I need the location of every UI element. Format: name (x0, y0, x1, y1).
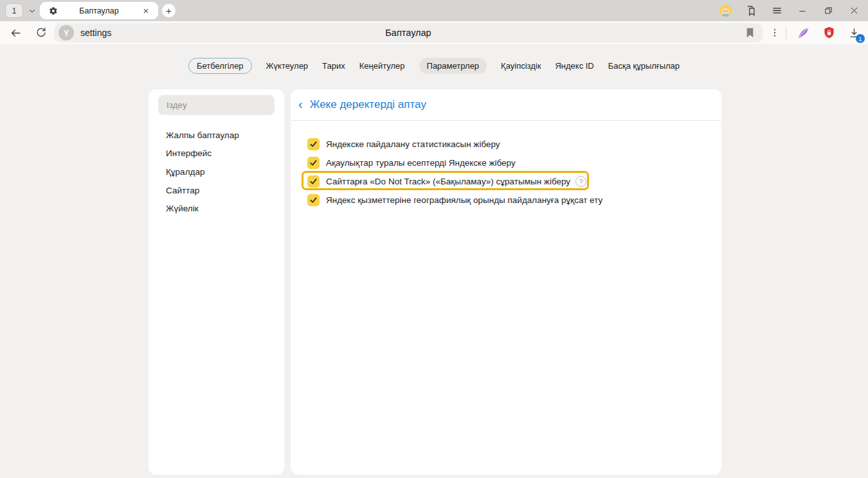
settings-nav: Бетбелгілер Жүктеулер Тарих Кеңейтулер П… (0, 58, 868, 74)
check-icon (309, 177, 318, 186)
back-heading[interactable]: ‹ Жеке деректерді аптау (298, 96, 426, 113)
kebab-menu-icon (770, 28, 780, 38)
restore-icon (824, 6, 833, 15)
close-window-button[interactable] (841, 0, 867, 21)
check-icon (309, 140, 318, 148)
omnibox-page-title: Баптаулар (54, 23, 763, 42)
setting-label: Сайттарға «Do Not Track» («Бақыламау») с… (326, 177, 570, 186)
sidebar-item-system[interactable]: Жүйелік (149, 199, 284, 218)
bookmarks-icon (745, 5, 757, 17)
setting-row-crash-reports[interactable]: Ақаулықтар туралы есептерді Яндекске жіб… (307, 154, 709, 172)
back-button[interactable] (5, 21, 26, 44)
tab-bookmarks[interactable]: Бетбелгілер (188, 58, 252, 74)
avatar-icon (719, 4, 732, 17)
bookmark-icon (746, 28, 754, 38)
feather-icon (797, 26, 810, 40)
browser-tab-settings[interactable]: Баптаулар × (40, 2, 158, 19)
check-icon (309, 159, 318, 167)
download-count-badge: 1 (856, 34, 865, 43)
titlebar: 1 Баптаулар × + (0, 0, 868, 21)
tab-security[interactable]: Қауіпсіздік (501, 58, 541, 74)
tab-history[interactable]: Тарих (322, 58, 345, 74)
tab-title: Баптаулар (58, 6, 140, 15)
setting-label: Ақаулықтар туралы есептерді Яндекске жіб… (326, 158, 516, 168)
setting-label: Яндекске пайдалану статистикасын жіберу (326, 139, 500, 149)
heading-divider (291, 120, 721, 121)
back-chevron-icon: ‹ (298, 98, 303, 112)
settings-main-panel: ‹ Жеке деректерді аптау Яндекске пайдала… (291, 89, 721, 475)
tab-other-devices[interactable]: Басқа құрылғылар (608, 58, 680, 74)
help-icon[interactable]: ? (575, 176, 586, 187)
tabs-dropdown-button[interactable] (24, 3, 40, 18)
browser-window: 1 Баптаулар × + (0, 0, 868, 478)
check-icon (309, 196, 318, 204)
settings-list: Яндекске пайдалану статистикасын жіберу … (307, 135, 709, 209)
minimize-icon (798, 6, 807, 15)
bookmark-button[interactable] (743, 27, 756, 39)
setting-row-geolocation[interactable]: Яндекс қызметтеріне географиялық орынды … (307, 191, 709, 209)
settings-sidebar: Жалпы баптаулар Интерфейс Құралдар Сайтт… (149, 89, 284, 475)
tab-yandex-id[interactable]: Яндекс ID (555, 58, 593, 74)
feather-extension-button[interactable] (792, 21, 814, 44)
minimize-button[interactable] (790, 0, 815, 21)
checkbox-checked[interactable] (307, 138, 320, 150)
close-icon: × (143, 5, 149, 16)
reload-button[interactable] (31, 21, 51, 44)
close-window-icon (849, 6, 859, 15)
checkbox-checked[interactable] (307, 175, 320, 188)
tab-counter-value: 1 (12, 6, 17, 15)
new-tab-button[interactable]: + (162, 4, 176, 17)
sidebar-item-interface[interactable]: Интерфейс (149, 145, 284, 163)
setting-row-usage-stats[interactable]: Яндекске пайдалану статистикасын жіберу (307, 135, 709, 154)
help-glyph: ? (579, 178, 583, 186)
protect-badge-icon[interactable]: Y (59, 25, 74, 40)
profile-avatar[interactable] (712, 0, 738, 21)
toolbar: Y settings Баптаулар 1 (0, 21, 868, 44)
checkbox-checked[interactable] (307, 157, 320, 169)
shield-lock-icon (823, 26, 835, 40)
toolbar-divider (786, 26, 786, 39)
search-input[interactable] (158, 95, 275, 115)
reload-icon (35, 27, 47, 39)
tab-close-button[interactable]: × (140, 5, 152, 17)
back-icon (10, 27, 22, 39)
tab-counter[interactable]: 1 (5, 3, 23, 18)
sidebar-item-sites[interactable]: Сайттар (149, 181, 284, 200)
extensions-menu-button[interactable] (764, 21, 786, 44)
url-text: settings (80, 23, 111, 42)
bookmarks-panel-button[interactable] (738, 0, 764, 21)
gear-icon (49, 6, 58, 15)
downloads-button[interactable]: 1 (842, 21, 865, 44)
adblock-extension-button[interactable] (818, 21, 840, 44)
browser-menu-button[interactable] (764, 0, 790, 21)
plus-icon: + (166, 5, 172, 16)
checkbox-checked[interactable] (307, 194, 320, 206)
setting-label: Яндекс қызметтеріне географиялық орынды … (326, 195, 602, 205)
protect-glyph: Y (64, 28, 69, 38)
tab-downloads[interactable]: Жүктеулер (266, 58, 309, 74)
setting-row-do-not-track[interactable]: Сайттарға «Do Not Track» («Бақыламау») с… (307, 172, 709, 191)
tab-settings[interactable]: Параметрлер (419, 58, 487, 74)
chevron-down-icon (28, 7, 36, 15)
sidebar-item-general[interactable]: Жалпы баптаулар (149, 126, 284, 145)
sidebar-list: Жалпы баптаулар Интерфейс Құралдар Сайтт… (149, 126, 284, 218)
page-title: Жеке деректерді аптау (310, 98, 426, 111)
tab-extensions[interactable]: Кеңейтулер (359, 58, 405, 74)
restore-button[interactable] (815, 0, 841, 21)
url-field[interactable]: Y settings Баптаулар (54, 23, 763, 42)
sidebar-item-tools[interactable]: Құралдар (149, 163, 284, 181)
menu-icon (772, 5, 782, 16)
